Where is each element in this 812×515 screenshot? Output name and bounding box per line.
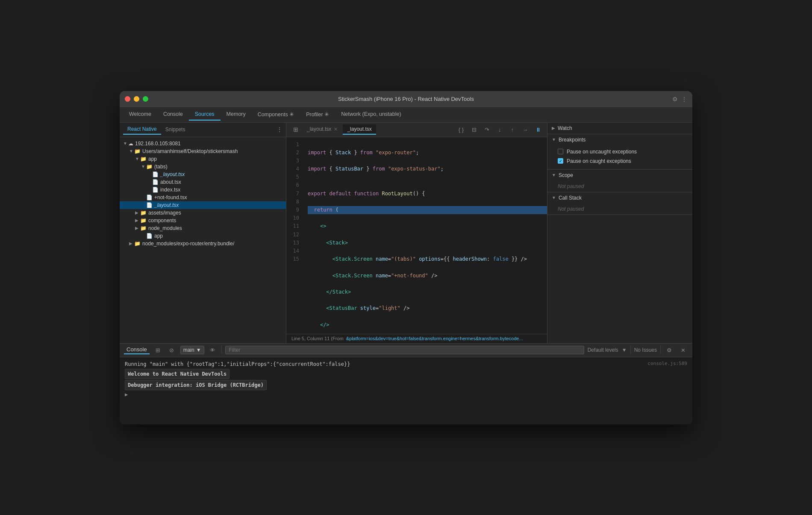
default-levels-label[interactable]: Default levels <box>588 347 618 353</box>
file-index-icon: 📄 <box>152 187 159 193</box>
editor-tab-layout1[interactable]: _layout.tsx ✕ <box>303 124 342 135</box>
console-clear-button[interactable]: ⊘ <box>167 345 177 355</box>
scope-label: Scope <box>559 172 573 178</box>
file-layout-app-icon: 📄 <box>146 202 153 208</box>
console-filter-input[interactable] <box>225 346 584 354</box>
tab-react-native[interactable]: React Native <box>123 124 161 135</box>
editor-tab-layout2[interactable]: _layout.tsx <box>343 124 376 135</box>
tree-item-assets[interactable]: ▶ 📁 assets/images <box>120 209 286 217</box>
folder-app-icon: 📁 <box>140 156 147 162</box>
tree-item-stickersmash[interactable]: ▼ 📁 Users/amanhimself/Desktop/stickersma… <box>120 147 286 155</box>
tab-welcome[interactable]: Welcome <box>123 109 157 121</box>
code-container: 1 2 3 4 5 6 7 8 9 10 11 12 13 14 <box>286 137 547 334</box>
code-line-6: <> <box>308 222 547 230</box>
sidebar-menu-icon[interactable]: ⋮ <box>277 126 282 133</box>
scope-status: Not paused <box>547 181 692 192</box>
tree-item-tabs[interactable]: ▼ 📁 (tabs) <box>120 163 286 171</box>
step-into-button[interactable]: ↓ <box>494 124 505 135</box>
tree-item-app-file[interactable]: 📄 app <box>120 232 286 240</box>
tab-memory[interactable]: Memory <box>221 109 252 121</box>
call-stack-arrow: ▼ <box>552 195 556 200</box>
continue-button[interactable]: → <box>520 124 531 135</box>
maximize-button[interactable] <box>143 96 148 102</box>
console-text-3: Debugger integration: iOS Bridge (RCTBri… <box>125 380 267 390</box>
titlebar: StickerSmash (iPhone 16 Pro) - React Nat… <box>120 91 692 107</box>
toggle-sidebar-button[interactable]: ⊞ <box>290 124 302 135</box>
arrow-stickersmash: ▼ <box>129 149 134 153</box>
split-editor-button[interactable]: ⊟ <box>468 124 480 135</box>
arrow-root: ▼ <box>123 141 128 146</box>
console-source-1: console.js:589 <box>647 360 687 368</box>
tree-item-notfound[interactable]: 📄 +not-found.tsx <box>120 194 286 201</box>
console-eye-button[interactable]: 👁 <box>208 345 218 355</box>
file-tree-sidebar: React Native Snippets ⋮ ▼ ☁ 192.168.0.10… <box>120 123 286 343</box>
tree-item-index[interactable]: 📄 index.tsx <box>120 186 286 194</box>
close-tab1-button[interactable]: ✕ <box>334 127 338 132</box>
breakpoints-arrow: ▼ <box>552 137 556 142</box>
pretty-print-button[interactable]: { } <box>456 124 467 135</box>
tree-item-bundle[interactable]: ▶ 📁 node_modules/expo-router/entry.bundl… <box>120 240 286 247</box>
tab-components[interactable]: Components ✳ <box>252 109 300 121</box>
console-close-button[interactable]: ✕ <box>678 345 688 355</box>
more-icon[interactable]: ⋮ <box>681 96 687 103</box>
tree-item-about[interactable]: 📄 about.tsx <box>120 178 286 186</box>
tab-snippets[interactable]: Snippets <box>161 125 190 134</box>
tree-label-layout-tabs: _layout.tsx <box>160 171 185 177</box>
file-tree: ▼ ☁ 192.168.0.105:8081 ▼ 📁 Users/amanhim… <box>120 137 286 343</box>
console-panel: Console ⊞ ⊘ main ▼ 👁 Default levels ▼ No… <box>120 343 692 424</box>
tab-network[interactable]: Network (Expo, unstable) <box>335 109 407 121</box>
close-button[interactable] <box>125 96 130 102</box>
console-line-3: Debugger integration: iOS Bridge (RCTBri… <box>125 380 687 391</box>
arrow-nodemodules: ▶ <box>135 226 140 230</box>
scope-section: ▼ Scope Not paused <box>547 170 692 192</box>
arrow-app: ▼ <box>135 156 140 161</box>
console-title[interactable]: Console <box>124 346 150 354</box>
step-over-button[interactable]: ↷ <box>481 124 492 135</box>
tree-label-components: components <box>148 218 176 224</box>
console-log-level-dropdown[interactable]: main ▼ <box>180 346 204 354</box>
tree-item-app[interactable]: ▼ 📁 app <box>120 155 286 163</box>
titlebar-actions: ⚙ ⋮ <box>672 96 687 103</box>
tree-item-root[interactable]: ▼ ☁ 192.168.0.105:8081 <box>120 140 286 147</box>
tree-item-components[interactable]: ▶ 📁 components <box>120 217 286 224</box>
tab-console[interactable]: Console <box>157 109 189 121</box>
folder-tabs-icon: 📁 <box>146 164 153 170</box>
console-line-2: Welcome to React Native DevTools <box>125 368 687 380</box>
tree-item-layout-tabs[interactable]: 📄 _layout.tsx <box>120 171 286 178</box>
source-map-link[interactable]: &platform=ios&dev=true&hot=false&transfo… <box>346 336 523 341</box>
file-about-icon: 📄 <box>152 179 159 185</box>
right-panel: ▶ Watch ▼ Breakpoints Pause on uncaught … <box>547 123 692 343</box>
settings-icon[interactable]: ⚙ <box>672 96 678 103</box>
console-header: Console ⊞ ⊘ main ▼ 👁 Default levels ▼ No… <box>120 344 692 357</box>
console-prompt[interactable]: ▶ <box>125 391 687 398</box>
pause-caught-checkbox[interactable] <box>558 158 563 164</box>
top-area: React Native Snippets ⋮ ▼ ☁ 192.168.0.10… <box>120 123 692 343</box>
tree-label-stickersmash: Users/amanhimself/Desktop/stickersmash <box>142 148 238 154</box>
code-line-5: return ( <box>308 206 547 214</box>
pause-uncaught-checkbox[interactable] <box>558 149 563 154</box>
editor-tab-label2: _layout.tsx <box>347 126 371 132</box>
scope-header[interactable]: ▼ Scope <box>547 170 692 181</box>
console-sidebar-toggle[interactable]: ⊞ <box>153 345 163 355</box>
watch-label: Watch <box>558 125 572 131</box>
minimize-button[interactable] <box>134 96 139 102</box>
log-level-value: main <box>183 347 194 353</box>
pause-caught-label: Pause on caught exceptions <box>567 158 631 164</box>
step-out-button[interactable]: ↑ <box>507 124 518 135</box>
tree-item-layout-app[interactable]: 📄 _layout.tsx <box>120 201 286 209</box>
tree-item-nodemodules[interactable]: ▶ 📁 node_modules <box>120 224 286 232</box>
breakpoints-header[interactable]: ▼ Breakpoints <box>547 134 692 145</box>
tree-label-notfound: +not-found.tsx <box>154 194 187 200</box>
tab-sources[interactable]: Sources <box>189 109 221 121</box>
tab-profiler[interactable]: Profiler ✳ <box>300 109 335 121</box>
call-stack-header[interactable]: ▼ Call Stack <box>547 192 692 203</box>
folder-components-icon: 📁 <box>140 218 147 224</box>
pause-uncaught-label: Pause on uncaught exceptions <box>567 149 637 155</box>
console-settings-button[interactable]: ⚙ <box>664 345 674 355</box>
code-editor[interactable]: import { Stack } from "expo-router"; imp… <box>304 137 547 334</box>
pause-button[interactable]: ⏸ <box>533 124 544 135</box>
watch-header[interactable]: ▶ Watch <box>547 123 692 134</box>
tree-label-tabs: (tabs) <box>154 164 168 170</box>
code-line-8: <Stack.Screen name="(tabs)" options={{ h… <box>308 255 547 263</box>
code-line-11: <StatusBar style="light" /> <box>308 304 547 312</box>
